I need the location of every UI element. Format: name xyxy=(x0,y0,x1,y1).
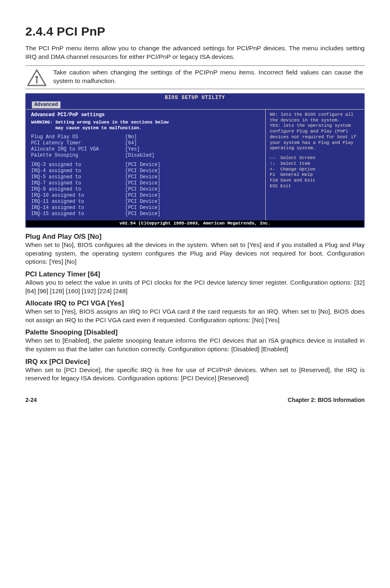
bios-row-key: IRQ-5 assigned to xyxy=(31,174,125,180)
bios-key-label: Select Item xyxy=(280,161,318,167)
page-footer: 2-24 Chapter 2: BIOS Information xyxy=(25,397,365,403)
bios-tab-advanced[interactable]: Advanced xyxy=(32,101,61,108)
bios-row-val: [PCI Device] xyxy=(125,211,160,217)
bios-key-row: F1General Help xyxy=(270,172,318,178)
bios-help-text: NO: lets the BIOS configure all the devi… xyxy=(270,112,360,151)
bios-key-row: F10Save and Exit xyxy=(270,178,318,184)
bios-row[interactable]: IRQ-3 assigned to[PCI Device] xyxy=(31,162,261,168)
svg-point-1 xyxy=(36,76,38,79)
bios-row-key: IRQ-9 assigned to xyxy=(31,186,125,193)
bios-left-panel: Advanced PCI/PnP settings WARNING: Setti… xyxy=(26,110,266,221)
bios-row[interactable]: PCI Latency Timer[64] xyxy=(31,140,261,146)
bios-row-key: Allocate IRQ to PCI VGA xyxy=(31,146,125,153)
bios-key-row: ↑↓Select Item xyxy=(270,161,318,167)
bios-row[interactable]: Allocate IRQ to PCI VGA[Yes] xyxy=(31,146,261,153)
bios-window: BIOS SETUP UTILITY Advanced Advanced PCI… xyxy=(25,93,365,228)
subsection-body: When set to [Yes], BIOS assigns an IRQ t… xyxy=(25,307,365,324)
section-title: 2.4.4 PCI PnP xyxy=(25,25,365,38)
bios-row-val: [PCI Device] xyxy=(125,180,160,186)
bios-row-val: [PCI Device] xyxy=(125,186,160,193)
bios-row-key: IRQ-7 assigned to xyxy=(31,180,125,186)
bios-key-label: Exit xyxy=(280,184,318,189)
intro-paragraph: The PCI PnP menu items allow you to chan… xyxy=(25,44,365,61)
caution-text: Take caution when changing the settings … xyxy=(53,68,363,85)
bios-key: +- xyxy=(270,167,280,173)
svg-rect-2 xyxy=(36,79,37,83)
bios-row-key: IRQ-4 assigned to xyxy=(31,168,125,174)
bios-row[interactable]: IRQ-15 assigned to[PCI Device] xyxy=(31,211,261,217)
bios-row-val: [PCI Device] xyxy=(125,162,160,168)
bios-row-val: [PCI Device] xyxy=(125,199,160,205)
bios-row[interactable]: IRQ-9 assigned to[PCI Device] xyxy=(31,186,261,193)
bios-footer: v02.54 (C)Copyright 1985-2003, American … xyxy=(26,220,364,227)
bios-row-val: [No] xyxy=(125,134,137,140)
bios-row-val: [PCI Device] xyxy=(125,168,160,174)
bios-row-key: IRQ-3 assigned to xyxy=(31,162,125,168)
bios-right-panel: NO: lets the BIOS configure all the devi… xyxy=(266,110,364,221)
bios-panel-title: Advanced PCI/PnP settings xyxy=(31,112,261,118)
bios-key: F10 xyxy=(270,178,280,184)
bios-row-val: [64] xyxy=(125,140,137,146)
bios-row[interactable]: Plug And Play OS[No] xyxy=(31,134,261,140)
bios-key-row: ←→Select Screen xyxy=(270,155,318,161)
subsection-body: Allows you to select the value in units … xyxy=(25,278,365,295)
bios-key-help: ←→Select Screen ↑↓Select Item +-Change O… xyxy=(270,155,318,189)
bios-key-label: Change Option xyxy=(280,167,318,173)
bios-key: ↑↓ xyxy=(270,161,280,167)
bios-row-val: [Yes] xyxy=(125,146,140,153)
bios-row-val: [PCI Device] xyxy=(125,205,160,211)
bios-key-row: +-Change Option xyxy=(270,167,318,173)
bios-key: F1 xyxy=(270,172,280,178)
subsection-heading: PCI Latency Timer [64] xyxy=(25,270,365,278)
bios-row[interactable]: IRQ-14 assigned to[PCI Device] xyxy=(31,205,261,211)
bios-row-key: IRQ-14 assigned to xyxy=(31,205,125,211)
subsection-heading: IRQ xx [PCI Device] xyxy=(25,358,365,366)
bios-row[interactable]: IRQ-10 assigned to[PCI Device] xyxy=(31,193,261,199)
bios-row[interactable]: IRQ-7 assigned to[PCI Device] xyxy=(31,180,261,186)
subsection-body: When set to [No], BIOS configures all th… xyxy=(25,241,365,266)
caution-icon xyxy=(25,68,48,86)
chapter-label: Chapter 2: BIOS Information xyxy=(288,397,365,403)
subsection-heading: Plug And Play O/S [No] xyxy=(25,233,365,241)
bios-key-label: Select Screen xyxy=(280,155,318,161)
bios-row-key: IRQ-11 assigned to xyxy=(31,199,125,205)
bios-row[interactable]: IRQ-4 assigned to[PCI Device] xyxy=(31,168,261,174)
bios-row-key: IRQ-15 assigned to xyxy=(31,211,125,217)
bios-row[interactable]: IRQ-11 assigned to[PCI Device] xyxy=(31,199,261,205)
bios-window-title: BIOS SETUP UTILITY xyxy=(26,95,364,101)
bios-key-label: General Help xyxy=(280,172,318,178)
bios-key-row: ESCExit xyxy=(270,184,318,189)
bios-row-key: IRQ-10 assigned to xyxy=(31,193,125,199)
bios-row-key: Plug And Play OS xyxy=(31,134,125,140)
subsection-body: When set to [PCI Device], the specific I… xyxy=(25,366,365,383)
bios-row[interactable]: IRQ-5 assigned to[PCI Device] xyxy=(31,174,261,180)
bios-row-key: PCI Latency Timer xyxy=(31,140,125,146)
bios-key: ESC xyxy=(270,184,280,189)
bios-key-label: Save and Exit xyxy=(280,178,318,184)
bios-row[interactable]: Palette Snooping[Disabled] xyxy=(31,153,261,159)
bios-row-val: [PCI Device] xyxy=(125,174,160,180)
bios-key: ←→ xyxy=(270,155,280,161)
caution-callout: Take caution when changing the settings … xyxy=(25,65,365,89)
bios-rows-irq: IRQ-3 assigned to[PCI Device] IRQ-4 assi… xyxy=(31,162,261,217)
subsection-heading: Palette Snooping [Disabled] xyxy=(25,328,365,337)
bios-row-val: [PCI Device] xyxy=(125,193,160,199)
bios-row-key: Palette Snooping xyxy=(31,153,125,159)
subsection-body: When set to [Enabled], the palette snoop… xyxy=(25,337,365,353)
bios-row-val: [Disabled] xyxy=(125,153,155,159)
bios-warning: WARNING: Setting wrong values in the sec… xyxy=(31,120,261,131)
subsection-heading: Allocate IRQ to PCI VGA [Yes] xyxy=(25,299,365,307)
page-number: 2-24 xyxy=(25,397,37,403)
bios-rows-top: Plug And Play OS[No] PCI Latency Timer[6… xyxy=(31,134,261,159)
